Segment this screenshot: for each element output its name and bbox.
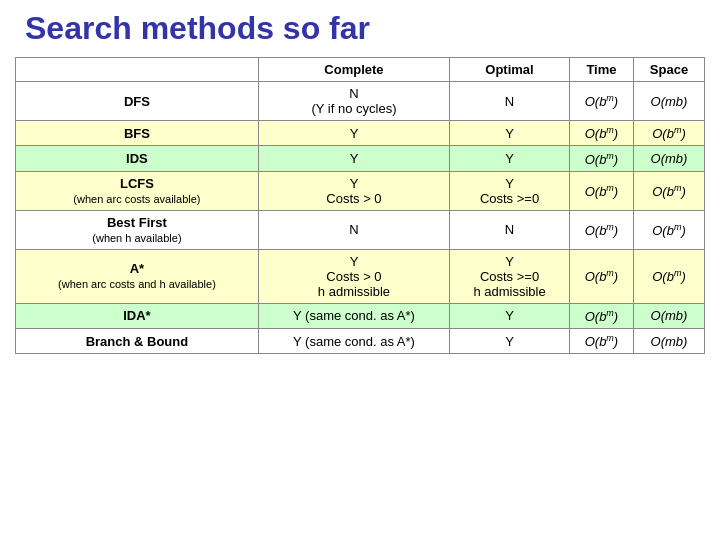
row-optimal: Y (450, 146, 570, 171)
row-complete: YCosts > 0h admissible (258, 249, 449, 303)
row-space: O(bm) (633, 249, 704, 303)
row-time: O(bm) (569, 82, 633, 121)
row-optimal: N (450, 210, 570, 249)
row-space: O(bm) (633, 171, 704, 210)
row-optimal: N (450, 82, 570, 121)
row-optimal: Y (450, 121, 570, 146)
table-row: Best First(when h available)NNO(bm)O(bm) (16, 210, 705, 249)
row-space: O(bm) (633, 210, 704, 249)
row-time: O(bm) (569, 121, 633, 146)
row-label: LCFS(when arc costs available) (16, 171, 259, 210)
header-row: Complete Optimal Time Space (16, 58, 705, 82)
row-complete: N(Y if no cycles) (258, 82, 449, 121)
table-row: BFSYYO(bm)O(bm) (16, 121, 705, 146)
row-complete: YCosts > 0 (258, 171, 449, 210)
row-complete: Y (258, 146, 449, 171)
table-row: Branch & BoundY (same cond. as A*)YO(bm)… (16, 328, 705, 353)
row-label: IDS (16, 146, 259, 171)
row-time: O(bm) (569, 146, 633, 171)
table-row: IDSYYO(bm)O(mb) (16, 146, 705, 171)
col-header-time: Time (569, 58, 633, 82)
row-complete: N (258, 210, 449, 249)
row-optimal: YCosts >=0 (450, 171, 570, 210)
row-complete: Y (258, 121, 449, 146)
row-label: Branch & Bound (16, 328, 259, 353)
row-label: IDA* (16, 303, 259, 328)
table-row: DFSN(Y if no cycles)NO(bm)O(mb) (16, 82, 705, 121)
row-time: O(bm) (569, 328, 633, 353)
row-space: O(bm) (633, 121, 704, 146)
row-optimal: YCosts >=0h admissible (450, 249, 570, 303)
col-header-space: Space (633, 58, 704, 82)
table-row: LCFS(when arc costs available)YCosts > 0… (16, 171, 705, 210)
row-complete: Y (same cond. as A*) (258, 303, 449, 328)
page-title: Search methods so far (15, 10, 705, 47)
table-row: A*(when arc costs and h available)YCosts… (16, 249, 705, 303)
row-space: O(mb) (633, 303, 704, 328)
row-time: O(bm) (569, 303, 633, 328)
row-label: A*(when arc costs and h available) (16, 249, 259, 303)
row-optimal: Y (450, 303, 570, 328)
table-row: IDA*Y (same cond. as A*)YO(bm)O(mb) (16, 303, 705, 328)
page: Search methods so far Complete Optimal T… (0, 0, 720, 540)
col-header-complete: Complete (258, 58, 449, 82)
row-space: O(mb) (633, 82, 704, 121)
row-time: O(bm) (569, 210, 633, 249)
row-time: O(bm) (569, 249, 633, 303)
row-time: O(bm) (569, 171, 633, 210)
row-label: BFS (16, 121, 259, 146)
row-space: O(mb) (633, 146, 704, 171)
row-space: O(mb) (633, 328, 704, 353)
row-label: DFS (16, 82, 259, 121)
row-label: Best First(when h available) (16, 210, 259, 249)
row-optimal: Y (450, 328, 570, 353)
col-header-name (16, 58, 259, 82)
col-header-optimal: Optimal (450, 58, 570, 82)
comparison-table: Complete Optimal Time Space DFSN(Y if no… (15, 57, 705, 354)
row-complete: Y (same cond. as A*) (258, 328, 449, 353)
